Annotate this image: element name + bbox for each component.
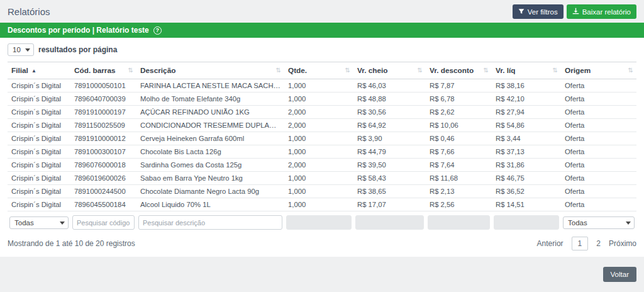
cell-origem: Oferta — [561, 172, 636, 185]
ver-filtros-button[interactable]: Ver filtros — [513, 4, 564, 19]
column-header-qtde[interactable]: Qtde.⇅ — [284, 62, 353, 79]
table-row: Crispin´s Digital 7891000244500 Chocolat… — [8, 185, 636, 198]
cell-vr-cheio: R$ 58,43 — [353, 172, 426, 185]
cell-qtde: 1,000 — [284, 145, 353, 159]
cell-origem: Oferta — [561, 145, 636, 159]
page-2-button[interactable]: 2 — [596, 239, 601, 248]
cell-vr-cheio: R$ 44,79 — [353, 145, 426, 159]
column-header-vr-cheio[interactable]: Vr. cheio⇅ — [353, 62, 426, 79]
cell-vr-desconto: R$ 10,06 — [426, 119, 492, 132]
cell-origem: Oferta — [561, 119, 636, 132]
filter-filial-wrap: Todas — [9, 216, 69, 229]
column-header-vr-desconto[interactable]: Vr. desconto⇅ — [426, 62, 492, 79]
pagination: Anterior 1 2 Próximo — [537, 237, 636, 250]
table-row: Crispin´s Digital 7891150025509 CONDICIO… — [8, 119, 636, 132]
cell-vr-desconto: R$ 7,64 — [426, 159, 492, 172]
cell-codigo: 7891000244500 — [70, 185, 136, 198]
cell-qtde: 2,000 — [284, 159, 353, 172]
cell-filial: Crispin´s Digital — [8, 198, 70, 211]
cell-descricao: FARINHA LACTEA NESTLE MACA SACHET 330 GR — [136, 79, 284, 93]
cell-vr-cheio: R$ 38,65 — [353, 185, 426, 198]
filter-descricao-input[interactable] — [138, 215, 282, 230]
baixar-relatorio-button[interactable]: Baixar relatório — [567, 4, 636, 19]
cell-vr-desconto: R$ 11,68 — [426, 172, 492, 185]
cell-qtde: 1,000 — [284, 93, 353, 106]
per-page-select[interactable]: 10 — [8, 43, 34, 56]
cell-vr-cheio: R$ 48,88 — [353, 93, 426, 106]
page-title: Relatórios — [8, 6, 50, 17]
filter-codigo-input[interactable] — [72, 215, 135, 230]
table-row: Crispin´s Digital 7891000050101 FARINHA … — [8, 79, 636, 93]
cell-descricao: Alcool Liquido 70% 1L — [136, 198, 284, 211]
filter-vr-liq-input-disabled — [494, 215, 559, 230]
table-row: Crispin´s Digital 7896076000018 Sardinha… — [8, 159, 636, 172]
results-summary: Mostrando de 1 até 10 de 20 registros — [8, 239, 135, 248]
sort-icon: ⇅ — [128, 67, 133, 74]
cell-vr-liq: R$ 36,52 — [492, 185, 561, 198]
filter-qtde-input-disabled — [286, 215, 352, 230]
cell-filial: Crispin´s Digital — [8, 132, 70, 145]
page-1-button[interactable]: 1 — [572, 237, 589, 250]
column-header-descricao[interactable]: Descrição⇅ — [136, 62, 284, 79]
previous-page-button[interactable]: Anterior — [537, 239, 564, 248]
per-page-controls: 10 resultados por página — [8, 43, 636, 56]
cell-origem: Oferta — [561, 79, 636, 93]
cell-origem: Oferta — [561, 185, 636, 198]
cell-qtde: 1,000 — [284, 132, 353, 145]
table-row: Crispin´s Digital 7896040700039 Molho de… — [8, 93, 636, 106]
ver-filtros-label: Ver filtros — [528, 8, 558, 16]
cell-descricao: Chocolate Bis Lacta 126g — [136, 145, 284, 159]
cell-qtde: 2,000 — [284, 106, 353, 119]
cell-codigo: 7891910000197 — [70, 106, 136, 119]
column-header-cod-barras[interactable]: Cód. barras⇅ — [70, 62, 136, 79]
column-header-origem[interactable]: Origem⇅ — [561, 62, 636, 79]
cell-codigo: 7896019600026 — [70, 172, 136, 185]
cell-vr-desconto: R$ 7,66 — [426, 145, 492, 159]
table-filter-row: Todas Todas — [8, 211, 636, 232]
cell-vr-liq: R$ 27,94 — [492, 106, 561, 119]
table-row: Crispin´s Digital 7891910000197 AÇÚCAR R… — [8, 106, 636, 119]
filter-origem-select[interactable]: Todas — [563, 216, 635, 229]
cell-descricao: Sabao em Barra Ype Neutro 1kg — [136, 172, 284, 185]
cell-vr-desconto: R$ 0,46 — [426, 132, 492, 145]
cell-filial: Crispin´s Digital — [8, 159, 70, 172]
cell-descricao: Chocolate Diamante Negro Lacta 90g — [136, 185, 284, 198]
cell-vr-liq: R$ 3,44 — [492, 132, 561, 145]
cell-qtde: 1,000 — [284, 185, 353, 198]
report-title-bar: Descontos por período | Relatório teste … — [0, 23, 644, 38]
cell-codigo: 7896076000018 — [70, 159, 136, 172]
filter-vr-cheio-input-disabled — [355, 215, 424, 230]
cell-vr-cheio: R$ 64,92 — [353, 119, 426, 132]
table-row: Crispin´s Digital 7891910000012 Cerveja … — [8, 132, 636, 145]
cell-vr-cheio: R$ 39,50 — [353, 159, 426, 172]
voltar-button[interactable]: Voltar — [603, 267, 636, 282]
cell-vr-liq: R$ 31,86 — [492, 159, 561, 172]
sort-asc-icon: ▲ — [31, 68, 36, 74]
table-row: Crispin´s Digital 7896019600026 Sabao em… — [8, 172, 636, 185]
sort-icon: ⇅ — [484, 67, 489, 74]
cell-codigo: 7896045500184 — [70, 198, 136, 211]
per-page-label: resultados por página — [38, 45, 117, 54]
cell-descricao: AÇÚCAR REFINADO UNIÃO 1KG — [136, 106, 284, 119]
cell-origem: Oferta — [561, 159, 636, 172]
cell-filial: Crispin´s Digital — [8, 106, 70, 119]
cell-filial: Crispin´s Digital — [8, 79, 70, 93]
column-header-vr-liq[interactable]: Vr. líq⇅ — [492, 62, 561, 79]
cell-vr-desconto: R$ 2,13 — [426, 185, 492, 198]
cell-filial: Crispin´s Digital — [8, 172, 70, 185]
top-header: Relatórios Ver filtros Baixar relatório — [0, 0, 644, 23]
filter-filial-select[interactable]: Todas — [9, 216, 69, 229]
cell-origem: Oferta — [561, 93, 636, 106]
filter-vr-desconto-input-disabled — [428, 215, 490, 230]
cell-vr-liq: R$ 54,86 — [492, 119, 561, 132]
cell-descricao: Sardinha Gomes da Costa 125g — [136, 159, 284, 172]
cell-origem: Oferta — [561, 106, 636, 119]
cell-vr-desconto: R$ 2,62 — [426, 106, 492, 119]
cell-vr-cheio: R$ 17,07 — [353, 198, 426, 211]
help-icon[interactable]: ? — [153, 26, 162, 35]
per-page-select-wrap: 10 — [8, 43, 34, 56]
cell-qtde: 2,000 — [284, 119, 353, 132]
next-page-button[interactable]: Próximo — [609, 239, 636, 248]
column-header-filial[interactable]: Filial▲ — [8, 62, 70, 79]
filter-icon — [518, 8, 525, 16]
